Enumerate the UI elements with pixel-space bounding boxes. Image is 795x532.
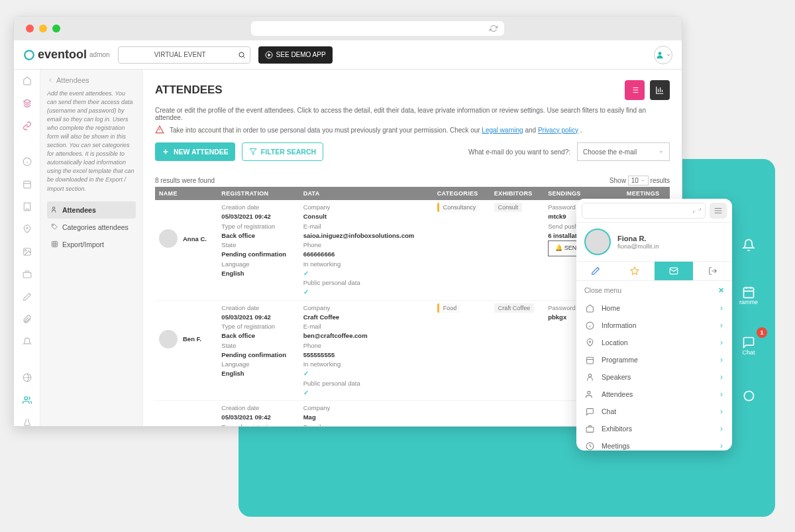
- rail-globe-icon[interactable]: [21, 373, 33, 382]
- sidenav-categories[interactable]: Categories attendees: [47, 219, 136, 236]
- mobile-user-name: Fiona R.: [617, 235, 659, 242]
- rail-home-icon[interactable]: [21, 76, 33, 85]
- mobile-hamburger[interactable]: [710, 203, 727, 219]
- traffic-min[interactable]: [39, 25, 47, 32]
- event-search-text: VIRTUAL EVENT: [154, 51, 206, 58]
- notification-badge: 1: [757, 327, 767, 338]
- email-select[interactable]: Choose the e-mail: [577, 142, 670, 161]
- chevron-right-icon: ›: [720, 303, 723, 313]
- mobile-menu-item[interactable]: Speakers›: [576, 368, 732, 386]
- svg-rect-0: [744, 288, 754, 297]
- sidenav-export[interactable]: Export/Import: [47, 236, 136, 253]
- per-page-select[interactable]: 10: [628, 176, 649, 186]
- chevron-right-icon: ›: [720, 407, 723, 416]
- new-attendee-button[interactable]: NEW ATTENDEE: [155, 142, 235, 161]
- mobile-menu-item[interactable]: Information›: [576, 317, 732, 334]
- svg-point-19: [589, 341, 590, 342]
- warn-text: Take into account that in order to use p…: [170, 127, 482, 134]
- svg-rect-11: [23, 272, 31, 278]
- menu-icon: [586, 373, 595, 382]
- rail-calendar-icon[interactable]: [21, 180, 33, 189]
- mobile-search[interactable]: [582, 203, 706, 219]
- avatar: [159, 330, 178, 348]
- menu-label: Attendees: [602, 390, 633, 398]
- brand-logo[interactable]: eventool admon: [23, 48, 110, 62]
- brand-sub: admon: [89, 51, 110, 58]
- col-exh[interactable]: EXHIBITORS: [490, 187, 544, 200]
- col-name[interactable]: NAME: [155, 187, 217, 200]
- see-demo-button[interactable]: SEE DEMO APP: [258, 46, 333, 64]
- mobile-user-hero: Fiona R. fiona@mollit.in: [576, 223, 732, 261]
- traffic-close[interactable]: [26, 25, 34, 32]
- menu-icon: [586, 339, 595, 347]
- event-search-input[interactable]: VIRTUAL EVENT: [118, 46, 250, 64]
- select-value: Choose the e-mail: [583, 148, 637, 156]
- view-chart-button[interactable]: [650, 80, 670, 100]
- col-cat[interactable]: CATEGORIES: [433, 187, 490, 200]
- mobile-menu-item[interactable]: Location›: [576, 334, 732, 351]
- svg-point-10: [25, 250, 26, 251]
- mobile-menu-item[interactable]: Chat›: [576, 403, 732, 420]
- tab-mail[interactable]: [655, 262, 694, 280]
- rail-trial-icon[interactable]: [21, 418, 33, 426]
- rail-users-icon[interactable]: [21, 396, 33, 405]
- mobile-preview: Fiona R. fiona@mollit.in Close menu ✕ Ho…: [576, 199, 732, 451]
- svg-rect-23: [586, 427, 594, 432]
- avatar: [159, 229, 178, 248]
- col-reg[interactable]: REGISTRATION: [217, 187, 299, 200]
- chevron-right-icon: ›: [720, 355, 723, 364]
- rail-image-icon[interactable]: [21, 247, 33, 256]
- chevron-right-icon: ›: [720, 372, 723, 382]
- rail-building-icon[interactable]: [21, 202, 33, 211]
- mobile-close-row[interactable]: Close menu ✕: [576, 281, 732, 299]
- menu-icon: [586, 390, 595, 399]
- mobile-menu-item[interactable]: Programme›: [576, 351, 732, 368]
- results-count: 8 results were found: [155, 177, 215, 184]
- col-meet[interactable]: MEETINGS: [623, 187, 670, 200]
- per-page-value: 10: [631, 177, 639, 184]
- col-data[interactable]: DATA: [299, 187, 433, 200]
- browser-chrome: [14, 17, 682, 40]
- bubble-label: ramme: [739, 299, 758, 305]
- tab-logout[interactable]: [693, 262, 732, 280]
- privacy-link[interactable]: Privacy policy: [538, 127, 578, 134]
- svg-rect-6: [23, 181, 30, 188]
- bubble-label: Chat: [742, 349, 755, 356]
- mobile-menu-item[interactable]: Home›: [576, 299, 732, 317]
- bubble-bell[interactable]: [730, 227, 767, 264]
- bubble-more[interactable]: [730, 378, 767, 415]
- rail-attach-icon[interactable]: [21, 315, 33, 324]
- sidenav-attendees[interactable]: Attendees: [47, 201, 136, 219]
- menu-label: Speakers: [602, 373, 631, 381]
- close-icon[interactable]: ✕: [718, 286, 724, 294]
- traffic-max[interactable]: [52, 25, 60, 32]
- rail-bell-icon[interactable]: [21, 337, 33, 346]
- url-bar[interactable]: [251, 21, 504, 36]
- bubble-programme[interactable]: ramme: [730, 277, 767, 314]
- filter-search-button[interactable]: FILTER SEARCH: [242, 142, 323, 161]
- rail-location-icon[interactable]: [21, 225, 33, 234]
- mobile-avatar[interactable]: [584, 229, 611, 255]
- tab-edit[interactable]: [576, 262, 615, 280]
- bubble-chat[interactable]: Chat 1: [730, 327, 767, 364]
- svg-point-1: [25, 50, 34, 60]
- rail-briefcase-icon[interactable]: [21, 270, 33, 279]
- breadcrumb[interactable]: Attendees: [47, 76, 136, 84]
- menu-icon: [586, 407, 595, 416]
- quick-action-bubbles: ramme Chat 1: [730, 227, 767, 415]
- rail-info-icon[interactable]: [21, 157, 33, 166]
- view-tree-button[interactable]: [625, 80, 645, 100]
- rail-layers-icon[interactable]: [21, 99, 33, 108]
- mobile-menu-item[interactable]: Meetings›: [576, 437, 732, 451]
- tab-favorite[interactable]: [615, 262, 655, 280]
- legal-link[interactable]: Legal warning: [482, 127, 523, 134]
- rail-pencil-icon[interactable]: [21, 292, 33, 301]
- col-send[interactable]: SENDINGS: [544, 187, 623, 200]
- menu-label: Exhibitors: [602, 425, 632, 433]
- rail-link-icon[interactable]: [21, 121, 33, 131]
- close-label: Close menu: [584, 286, 621, 294]
- chevron-right-icon: ›: [720, 390, 723, 399]
- mobile-menu-item[interactable]: Attendees›: [576, 386, 732, 403]
- user-menu-button[interactable]: [654, 46, 672, 64]
- mobile-menu-item[interactable]: Exhibitors›: [576, 420, 732, 437]
